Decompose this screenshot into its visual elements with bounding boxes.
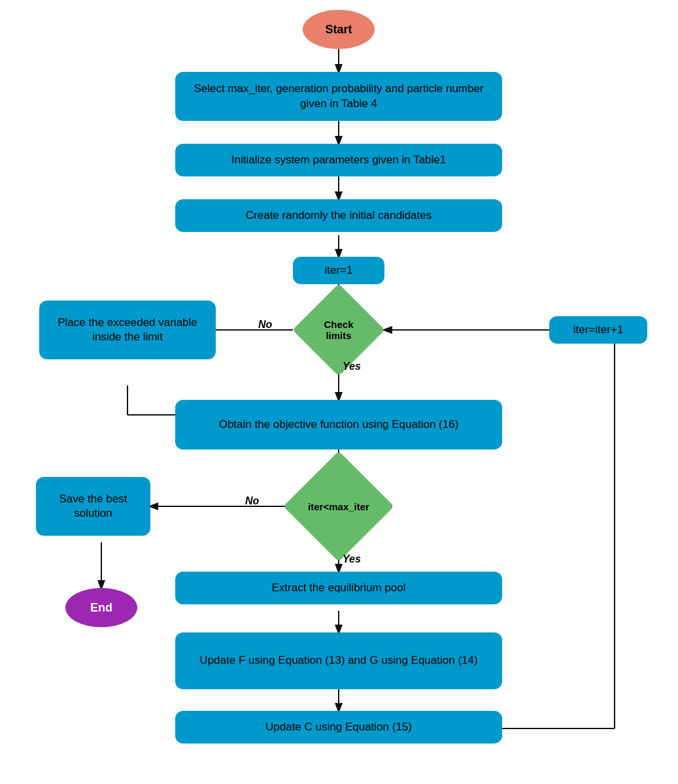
box-save-label: Save the best solution bbox=[46, 492, 140, 521]
start-label: Start bbox=[325, 23, 352, 37]
no1-label: No bbox=[258, 319, 272, 331]
end-label: End bbox=[90, 601, 112, 615]
box1-label: Select max_iter, generation probability … bbox=[186, 82, 492, 110]
box-equilibrium-pool: Extract the equilibrium pool bbox=[175, 572, 502, 604]
box4-label: iter=1 bbox=[325, 263, 353, 278]
box-objective-function: Obtain the objective function using Equa… bbox=[175, 400, 502, 449]
diamond-check-limits: Checklimits bbox=[293, 284, 384, 376]
box-update-fg: Update F using Equation (13) and G using… bbox=[175, 632, 502, 689]
box-init-system: Initialize system parameters given in Ta… bbox=[175, 144, 502, 176]
start-oval: Start bbox=[303, 10, 375, 49]
no2-label: No bbox=[245, 495, 259, 507]
box6-label: iter=iter+1 bbox=[573, 323, 624, 337]
box-eq-label: Extract the equilibrium pool bbox=[271, 581, 405, 595]
box-iter-increment: iter=iter+1 bbox=[549, 316, 647, 344]
box2-label: Initialize system parameters given in Ta… bbox=[231, 153, 447, 167]
flowchart: Start Select max_iter, generation probab… bbox=[0, 0, 678, 784]
box3-label: Create randomly the initial candidates bbox=[246, 208, 432, 223]
box-save-solution: Save the best solution bbox=[36, 477, 150, 536]
box-iter1: iter=1 bbox=[293, 257, 384, 284]
box-update-c: Update C using Equation (15) bbox=[175, 711, 502, 743]
box-create-candidates: Create randomly the initial candidates bbox=[175, 199, 502, 232]
end-oval: End bbox=[65, 588, 137, 627]
box-select-params: Select max_iter, generation probability … bbox=[175, 72, 502, 121]
yes2-label: Yes bbox=[343, 553, 361, 565]
box7-label: Obtain the objective function using Equa… bbox=[219, 417, 459, 432]
yes1-label: Yes bbox=[343, 361, 361, 372]
box-update1-label: Update F using Equation (13) and G using… bbox=[199, 653, 477, 668]
box-update2-label: Update C using Equation (15) bbox=[265, 720, 412, 734]
diamond-iter-check: iter<max_iter bbox=[286, 454, 391, 559]
box-place-exceeded: Place the exceeded variable inside the l… bbox=[39, 301, 216, 359]
box5-label: Place the exceeded variable inside the l… bbox=[50, 316, 205, 344]
